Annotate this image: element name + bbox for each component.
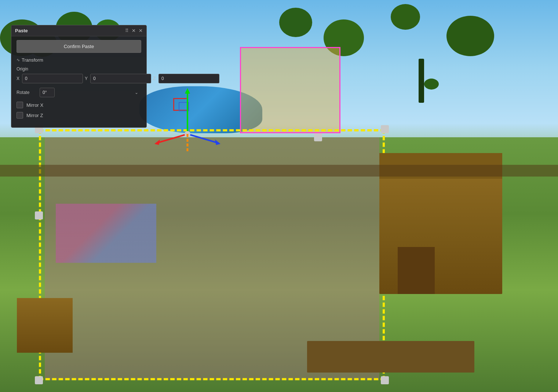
magenta-wireframe-box (240, 47, 340, 133)
ground-dirt-strip (0, 165, 558, 177)
cactus-plant (419, 59, 424, 103)
origin-xyz-row: X Y Z (17, 74, 141, 83)
tree-cluster (446, 16, 494, 56)
mirror-x-checkbox[interactable] (17, 102, 23, 108)
corner-handle-br[interactable] (381, 376, 389, 384)
panel-minimize-icon[interactable]: ✕ (132, 28, 136, 33)
y-axis-label: Y (85, 76, 88, 81)
cabin-structure-right (379, 177, 502, 294)
rotate-field-group: Rotate 0° 90° 180° 270° (17, 88, 141, 97)
corner-handle-bl[interactable] (35, 376, 43, 384)
transform-label: Transform (22, 57, 43, 63)
mirror-x-row[interactable]: Mirror X (17, 102, 141, 108)
panel-drag-icon[interactable]: ⠿ (125, 28, 129, 33)
rotate-label: Rotate (17, 90, 37, 95)
panel-header-icons: ⠿ ✕ ✕ (125, 28, 143, 33)
panel-title: Paste (15, 28, 28, 33)
corner-handle-upper-mid[interactable] (314, 133, 322, 141)
z-axis-label: Z (153, 76, 157, 81)
corner-handle-ml[interactable] (35, 211, 43, 219)
inner-selection-box (179, 102, 189, 111)
corner-handle-tr[interactable] (381, 125, 389, 133)
origin-x-input[interactable] (22, 74, 83, 83)
mirror-z-row[interactable]: Mirror Z (17, 112, 141, 119)
transform-icon: ∿ (17, 58, 20, 62)
transform-section-header: ∿ Transform (17, 57, 141, 63)
log-structure-left (17, 298, 73, 353)
rotate-select[interactable]: 0° 90° 180° 270° (40, 88, 55, 97)
paste-panel: Paste ⠿ ✕ ✕ Confirm Paste ∿ Transform Or… (11, 25, 147, 128)
tree-cluster (279, 8, 312, 37)
confirm-paste-button[interactable]: Confirm Paste (17, 40, 141, 53)
rotate-select-wrapper: 0° 90° 180° 270° (40, 88, 141, 97)
mirror-x-label: Mirror X (26, 102, 43, 108)
tree-cluster (391, 4, 420, 30)
x-axis-label: X (17, 76, 20, 81)
origin-z-input[interactable] (158, 74, 219, 83)
mirror-z-checkbox[interactable] (17, 112, 23, 119)
mirror-z-label: Mirror Z (26, 113, 43, 118)
origin-y-input[interactable] (90, 74, 151, 83)
panel-header: Paste ⠿ ✕ ✕ (11, 25, 146, 36)
origin-field-group: Origin X Y Z (17, 66, 141, 83)
stone-platform (307, 341, 474, 372)
panel-close-icon[interactable]: ✕ (139, 28, 143, 33)
tree-top (424, 79, 439, 90)
panel-body: Confirm Paste ∿ Transform Origin X Y Z R… (11, 36, 146, 127)
origin-label: Origin (17, 66, 141, 72)
